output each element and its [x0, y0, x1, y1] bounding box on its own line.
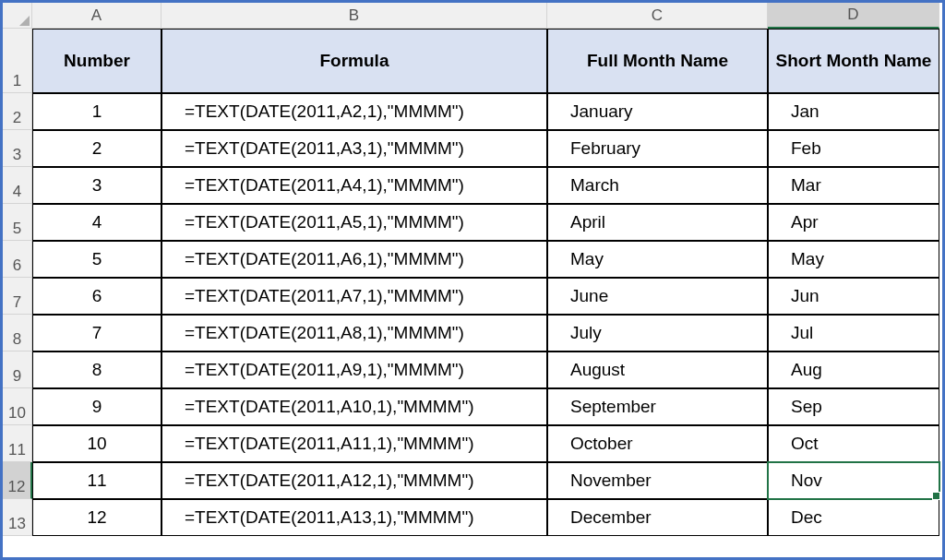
cell-A13[interactable]: 12 — [32, 499, 161, 536]
cell-D10[interactable]: Sep — [768, 388, 939, 425]
cell-B13[interactable]: =TEXT(DATE(2011,A13,1),"MMMM") — [161, 499, 547, 536]
col-header-D[interactable]: D — [768, 3, 939, 29]
header-full-month[interactable]: Full Month Name — [547, 29, 768, 93]
cell-B11[interactable]: =TEXT(DATE(2011,A11,1),"MMMM") — [161, 425, 547, 462]
cell-B5[interactable]: =TEXT(DATE(2011,A5,1),"MMMM") — [161, 204, 547, 241]
cell-A3[interactable]: 2 — [32, 130, 161, 167]
header-short-month[interactable]: Short Month Name — [768, 29, 939, 93]
cell-D5[interactable]: Apr — [768, 204, 939, 241]
header-number[interactable]: Number — [32, 29, 161, 93]
cell-D3[interactable]: Feb — [768, 130, 939, 167]
cell-C13[interactable]: December — [547, 499, 768, 536]
cell-A4[interactable]: 3 — [32, 167, 161, 204]
cell-A10[interactable]: 9 — [32, 388, 161, 425]
col-header-A[interactable]: A — [32, 3, 161, 29]
cell-C4[interactable]: March — [547, 167, 768, 204]
cell-D2[interactable]: Jan — [768, 93, 939, 130]
cell-D6[interactable]: May — [768, 241, 939, 278]
cell-A9[interactable]: 8 — [32, 351, 161, 388]
cell-D7[interactable]: Jun — [768, 278, 939, 315]
cell-C11[interactable]: October — [547, 425, 768, 462]
cell-B4[interactable]: =TEXT(DATE(2011,A4,1),"MMMM") — [161, 167, 547, 204]
row-header-10[interactable]: 10 — [3, 388, 32, 425]
cell-C5[interactable]: April — [547, 204, 768, 241]
row-header-3[interactable]: 3 — [3, 130, 32, 167]
cell-C8[interactable]: July — [547, 315, 768, 351]
cell-A11[interactable]: 10 — [32, 425, 161, 462]
select-all-corner[interactable] — [3, 3, 32, 29]
cell-C3[interactable]: February — [547, 130, 768, 167]
cell-A7[interactable]: 6 — [32, 278, 161, 315]
cell-B8[interactable]: =TEXT(DATE(2011,A8,1),"MMMM") — [161, 315, 547, 351]
row-header-6[interactable]: 6 — [3, 241, 32, 278]
cell-D13[interactable]: Dec — [768, 499, 939, 536]
cell-B12[interactable]: =TEXT(DATE(2011,A12,1),"MMMM") — [161, 462, 547, 499]
spreadsheet-grid: A B C D 1 Number Formula Full Month Name… — [3, 3, 942, 536]
cell-A12[interactable]: 11 — [32, 462, 161, 499]
cell-B6[interactable]: =TEXT(DATE(2011,A6,1),"MMMM") — [161, 241, 547, 278]
row-header-7[interactable]: 7 — [3, 278, 32, 315]
cell-A8[interactable]: 7 — [32, 315, 161, 351]
cell-D11[interactable]: Oct — [768, 425, 939, 462]
row-header-11[interactable]: 11 — [3, 425, 32, 462]
cell-D4[interactable]: Mar — [768, 167, 939, 204]
cell-B10[interactable]: =TEXT(DATE(2011,A10,1),"MMMM") — [161, 388, 547, 425]
cell-D9[interactable]: Aug — [768, 351, 939, 388]
row-header-1[interactable]: 1 — [3, 29, 32, 93]
cell-C7[interactable]: June — [547, 278, 768, 315]
cell-A5[interactable]: 4 — [32, 204, 161, 241]
cell-C12[interactable]: November — [547, 462, 768, 499]
cell-C10[interactable]: September — [547, 388, 768, 425]
cell-D8[interactable]: Jul — [768, 315, 939, 351]
row-header-8[interactable]: 8 — [3, 315, 32, 351]
cell-C2[interactable]: January — [547, 93, 768, 130]
col-header-B[interactable]: B — [161, 3, 547, 29]
cell-D12[interactable]: Nov — [768, 462, 939, 499]
row-header-5[interactable]: 5 — [3, 204, 32, 241]
cell-B2[interactable]: =TEXT(DATE(2011,A2,1),"MMMM") — [161, 93, 547, 130]
row-header-2[interactable]: 2 — [3, 93, 32, 130]
cell-C9[interactable]: August — [547, 351, 768, 388]
cell-A6[interactable]: 5 — [32, 241, 161, 278]
row-header-9[interactable]: 9 — [3, 351, 32, 388]
cell-B3[interactable]: =TEXT(DATE(2011,A3,1),"MMMM") — [161, 130, 547, 167]
row-header-12[interactable]: 12 — [3, 462, 32, 499]
col-header-C[interactable]: C — [547, 3, 768, 29]
cell-C6[interactable]: May — [547, 241, 768, 278]
cell-B9[interactable]: =TEXT(DATE(2011,A9,1),"MMMM") — [161, 351, 547, 388]
cell-B7[interactable]: =TEXT(DATE(2011,A7,1),"MMMM") — [161, 278, 547, 315]
row-header-4[interactable]: 4 — [3, 167, 32, 204]
row-header-13[interactable]: 13 — [3, 499, 32, 536]
header-formula[interactable]: Formula — [161, 29, 547, 93]
cell-A2[interactable]: 1 — [32, 93, 161, 130]
